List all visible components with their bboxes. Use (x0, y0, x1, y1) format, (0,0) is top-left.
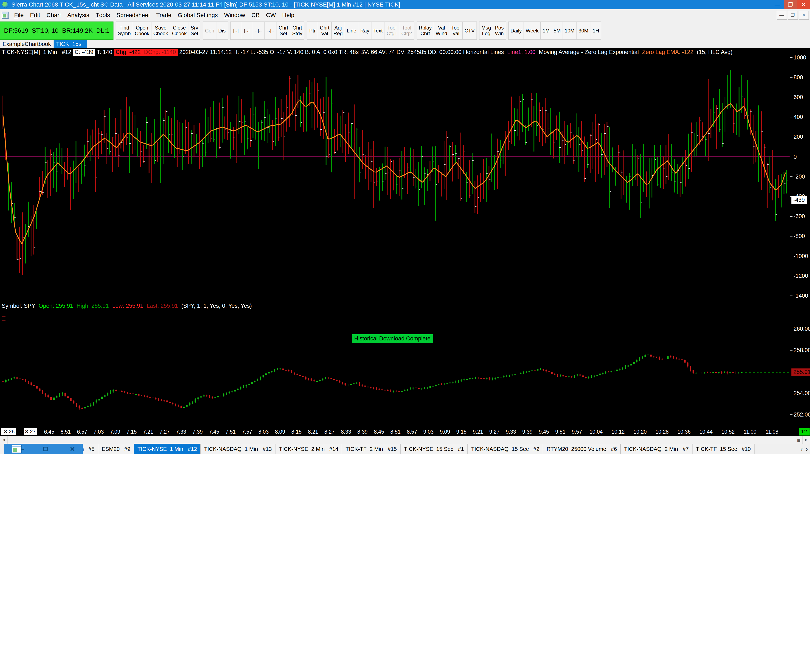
toolbar-button-10m[interactable]: 10M (563, 22, 577, 40)
minimized-window-controls[interactable]: ✕ (4, 444, 83, 454)
toolbar-button-findsymb[interactable]: FindSymb (116, 22, 133, 40)
toolbar-button-closecbook[interactable]: CloseCbook (170, 22, 189, 40)
menu-item-chart[interactable]: Chart (43, 9, 64, 21)
menu-item-window[interactable]: Window (221, 9, 248, 21)
toolbar-button-srvset[interactable]: SrvSet (189, 22, 201, 40)
toolbar-button-chrtset[interactable]: ChrtSet (277, 22, 290, 40)
menu-item-cb[interactable]: CB (248, 9, 263, 21)
toolbar-button-chrtval[interactable]: ChrtVal (318, 22, 331, 40)
toolbar-button-text[interactable]: Text (371, 22, 385, 40)
candle-body (599, 374, 601, 375)
toolbar-button-week[interactable]: Week (524, 22, 541, 40)
toolbar-button-line[interactable]: Line (345, 22, 358, 40)
child-restore-button[interactable]: ❐ (788, 11, 798, 20)
candle-body (297, 374, 298, 375)
toolbar-button-savecbook[interactable]: SaveCbook (152, 22, 170, 40)
candle-body (206, 396, 208, 396)
restore-button[interactable]: ❐ (784, 0, 797, 9)
menu-item-cw[interactable]: CW (263, 9, 279, 21)
menu-item-tools[interactable]: Tools (93, 9, 113, 21)
spy-axis-label: 254.00 (793, 389, 810, 397)
candle-body (494, 378, 496, 379)
window-tab-n13[interactable]: TICK-NASDAQ 1 Min #13 (201, 444, 276, 454)
menu-item-analysis[interactable]: Analysis (64, 9, 93, 21)
toolbar-button-opencbook[interactable]: OpenCbook (133, 22, 152, 40)
menu-item-trade[interactable]: Trade (153, 9, 174, 21)
window-tab-n9[interactable]: ESM20 #9 (98, 444, 134, 454)
toolbar-button-toolval[interactable]: ToolVal (449, 22, 462, 40)
candle-body (602, 373, 604, 374)
toolbar-button-1h[interactable]: 1H (591, 22, 601, 40)
candle-body (84, 407, 86, 408)
toolbar-button-5m[interactable]: 5M (552, 22, 563, 40)
window-tab-n6[interactable]: RTYM20 25000 Volume #6 (543, 444, 621, 454)
tick-last-price-box: -439 (791, 196, 807, 204)
toolbar-button-adjreg[interactable]: AdjReg (332, 22, 345, 40)
tab-scroll-right-icon[interactable]: › (806, 445, 808, 453)
candle-body (175, 404, 176, 405)
scroll-right-icon[interactable]: ► (802, 436, 810, 444)
toolbar-button-dis[interactable]: Dis (216, 22, 228, 40)
candle-body (537, 369, 538, 371)
menu-item-file[interactable]: File (11, 9, 27, 21)
window-tab-n1[interactable]: TICK-NYSE 15 Sec #1 (401, 444, 468, 454)
toolbar-button-ptr[interactable]: Ptr (307, 22, 318, 40)
toolbar-button-valwind[interactable]: ValWind (434, 22, 449, 40)
candle-body (115, 390, 117, 391)
minimize-button[interactable]: — (771, 0, 784, 9)
menu-item-spreadsheet[interactable]: Spreadsheet (113, 9, 153, 21)
toolbar-button-msglog[interactable]: MsgLog (479, 22, 493, 40)
scrollbar-track[interactable] (8, 436, 795, 444)
toolbar-button-ray[interactable]: Ray (358, 22, 371, 40)
expand-bar-spacing-icon[interactable]: →|← (265, 22, 277, 40)
candle-body (715, 372, 717, 373)
candle-body (594, 376, 595, 377)
candle-body (127, 392, 128, 393)
window-tab-n15[interactable]: TICK-TF 2 Min #15 (342, 444, 401, 454)
child-close-button[interactable]: ✕ (798, 11, 809, 20)
child-minimize-button[interactable]: — (777, 11, 787, 20)
candle-body (410, 389, 411, 389)
close-window-icon[interactable]: ✕ (70, 445, 75, 453)
window-tab-n12[interactable]: TICK-NYSE 1 Min #12 (134, 444, 201, 454)
window-thumbnail-icon[interactable] (12, 445, 22, 453)
toolbar-button-ctv[interactable]: CTV (462, 22, 477, 40)
candle-body (667, 356, 669, 359)
toolbar-button-daily[interactable]: Daily (508, 22, 524, 40)
toolbar-button-poswin[interactable]: PosWin (493, 22, 506, 40)
chart-window-icon[interactable] (2, 12, 9, 19)
window-tab-n10[interactable]: TICK-TF 15 Sec #10 (692, 444, 754, 454)
menu-item-edit[interactable]: Edit (27, 9, 43, 21)
toolbar-button-chrtstdy[interactable]: ChrtStdy (290, 22, 304, 40)
tick-chart-plot[interactable] (0, 56, 790, 299)
horizontal-scrollbar[interactable]: ◄ ▦ ► (0, 436, 810, 444)
decrease-bar-spacing-icon[interactable]: |↔| (241, 22, 252, 40)
toolbar-button-1m[interactable]: 1M (541, 22, 552, 40)
compress-bar-spacing-icon[interactable]: →|← (252, 22, 265, 40)
tab-scroll-left-icon[interactable]: ‹ (800, 445, 803, 453)
window-tab-n14[interactable]: TICK-NYSE 2 Min #14 (275, 444, 342, 454)
close-button[interactable]: ✕ (797, 0, 810, 9)
restore-window-icon[interactable] (43, 447, 48, 451)
status-segment: Open: 255.91 (37, 303, 75, 310)
increase-bar-spacing-icon[interactable]: |↔| (230, 22, 241, 40)
window-tab-n5[interactable]: in #5 (83, 444, 98, 454)
time-axis[interactable]: -3-263-276:456:516:577:037:097:157:217:2… (0, 427, 810, 436)
chartbook-tab-examplechartbook[interactable]: ExampleChartbook (0, 40, 54, 48)
scroll-left-icon[interactable]: ◄ (0, 436, 8, 444)
window-tab-n7[interactable]: TICK-NASDAQ 2 Min #7 (621, 444, 692, 454)
toolbar-button-toolcfg2: ToolCfg2 (399, 22, 414, 40)
chartbook-tab-tick_15s_[interactable]: TICK_15s_ (54, 40, 87, 48)
scrollbar-splitter-icon[interactable]: ▦ (795, 436, 802, 444)
candle-body (51, 397, 52, 400)
candle-body (325, 378, 326, 379)
candle-body (62, 393, 63, 394)
chart-region[interactable]: TICK-NYSE[M] 1 Min #12C: -439T: 140Chg: … (0, 48, 810, 436)
toolbar-button-rplaychrt[interactable]: RplayChrt (417, 22, 434, 40)
menu-item-global-settings[interactable]: Global Settings (175, 9, 221, 21)
candle-body (356, 383, 357, 384)
spy-chart-plot[interactable] (0, 310, 790, 427)
window-tab-n2[interactable]: TICK-NASDAQ 15 Sec #2 (468, 444, 543, 454)
menu-item-help[interactable]: Help (279, 9, 298, 21)
toolbar-button-30m[interactable]: 30M (577, 22, 591, 40)
